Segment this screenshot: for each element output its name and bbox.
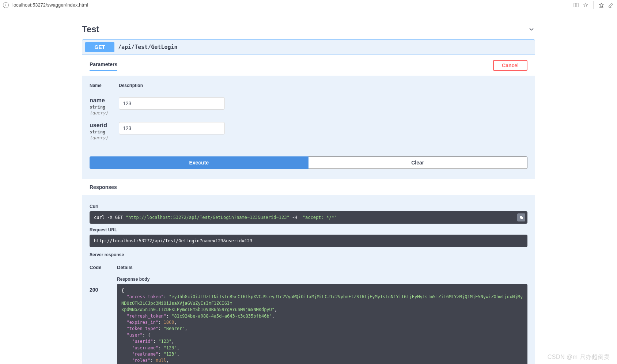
param-name: userid	[90, 122, 119, 129]
status-code: 200	[90, 277, 117, 293]
curl-block: curl -X GET "http://localhost:53272/api/…	[90, 211, 527, 224]
curl-cmd: curl -X GET	[94, 215, 126, 220]
json-expires: 1800	[164, 320, 174, 325]
curl-accept: "accept: */*"	[303, 215, 337, 220]
execute-button[interactable]: Execute	[90, 156, 308, 169]
json-realname: 123	[166, 352, 174, 357]
param-in: (query)	[90, 135, 119, 140]
col-desc-header: Description	[119, 83, 143, 88]
browser-address-bar: i ☆	[0, 0, 617, 10]
star-icon[interactable]: ☆	[582, 2, 589, 8]
json-roles: null	[156, 358, 166, 363]
response-body-block: { "access_token": "eyJhbGciOiJIUzI1NiIsI…	[117, 284, 527, 364]
chevron-down-icon[interactable]	[528, 26, 535, 33]
json-refresh-token: 81c924be-a088-4a5d-a643-c3c835bfb46b	[174, 314, 269, 319]
server-response-label: Server response	[90, 252, 527, 257]
favorites-icon[interactable]	[598, 2, 605, 8]
operation-block: GET /api/Test/GetLogin Parameters Cancel…	[82, 39, 535, 364]
parameters-tab[interactable]: Parameters	[90, 61, 117, 71]
col-name-header: Name	[90, 83, 119, 88]
operation-summary[interactable]: GET /api/Test/GetLogin	[82, 40, 535, 54]
responses-header: Responses	[82, 179, 535, 195]
curl-h-flag: -H	[289, 215, 303, 220]
json-username: 123	[166, 345, 174, 350]
code-header: Code	[90, 265, 117, 270]
param-type: string	[90, 129, 119, 134]
response-body-label: Response body	[117, 277, 527, 282]
request-url-block: http://localhost:53272/api/Test/GetLogin…	[90, 235, 527, 247]
request-url-label: Request URL	[90, 227, 527, 232]
parameters-header: Parameters Cancel	[82, 55, 535, 76]
svg-marker-3	[599, 3, 603, 7]
param-in: (query)	[90, 110, 119, 115]
curl-label: Curl	[90, 204, 527, 209]
tag-header[interactable]: Test	[82, 21, 535, 39]
details-header: Details	[117, 265, 133, 270]
json-access-token: eyJhbGciOiJIUzI1NiIsInR5cCI6IkpXVCJ9.eyJ…	[121, 294, 523, 312]
param-input-name[interactable]	[119, 97, 225, 110]
parameters-table: Name Description name string (query) use…	[82, 76, 535, 149]
watermark: CSDN @m 只办超倒卖	[548, 353, 610, 361]
cancel-button[interactable]: Cancel	[493, 60, 527, 71]
json-userid: 123	[161, 339, 169, 344]
operation-path: /api/Test/GetLogin	[118, 44, 178, 50]
method-badge: GET	[85, 42, 114, 52]
tag-title: Test	[82, 24, 99, 34]
json-token-type: Bearer	[166, 326, 182, 331]
param-type: string	[90, 105, 119, 110]
table-row: userid string (query)	[90, 117, 527, 142]
svg-rect-0	[574, 3, 578, 7]
site-info-icon[interactable]: i	[3, 2, 9, 8]
param-name: name	[90, 97, 119, 104]
url-input[interactable]	[11, 1, 571, 8]
response-row: 200 Response body { "access_token": "eyJ…	[90, 273, 527, 364]
reading-list-icon[interactable]	[573, 2, 579, 8]
curl-url: "http://localhost:53272/api/Test/GetLogi…	[126, 215, 289, 220]
param-input-userid[interactable]	[119, 122, 225, 134]
table-row: name string (query)	[90, 92, 527, 117]
copy-icon[interactable]	[517, 213, 525, 221]
edit-icon[interactable]	[607, 2, 614, 8]
clear-button[interactable]: Clear	[308, 156, 528, 169]
